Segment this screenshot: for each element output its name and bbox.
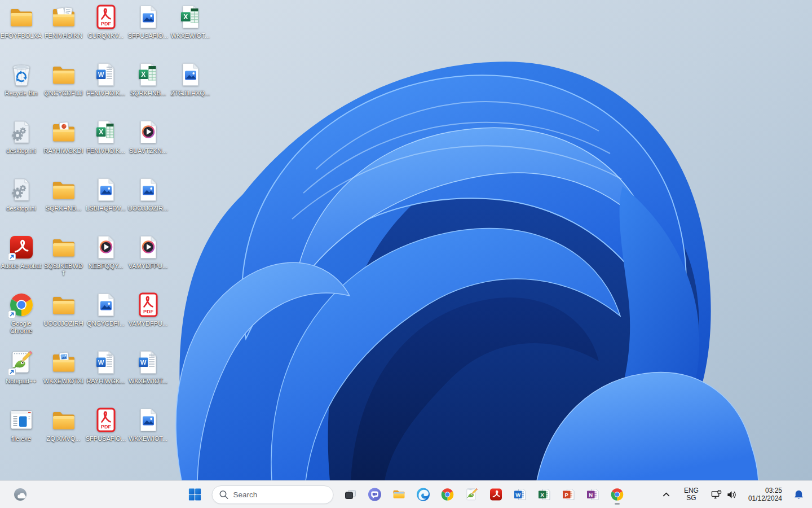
- desktop-icon-sqrkhnb[interactable]: SQRKHNB...: [42, 176, 85, 212]
- bell-icon: [793, 489, 804, 500]
- desktop-icon-qncycdfi[interactable]: QNCYCDFI...: [85, 291, 127, 327]
- taskbar-chrome-running-button[interactable]: [606, 483, 629, 506]
- taskbar-file-explorer-button[interactable]: [388, 483, 411, 506]
- widgets-weather-icon: [13, 487, 28, 502]
- desktop-icon-label: WKXEWIOT...: [129, 378, 167, 385]
- pdf-icon: PDF: [92, 406, 120, 433]
- desktop-icon-curqnkv[interactable]: PDFCURQNKV...: [85, 3, 127, 40]
- taskbar-acrobat-button[interactable]: [485, 483, 508, 506]
- network-volume-button[interactable]: [708, 487, 740, 502]
- desktop-icon-wkxewiot[interactable]: XWKXEWIOT...: [169, 3, 211, 40]
- hidden-icons-button[interactable]: [657, 487, 675, 502]
- desktop-icon-nebfqqy[interactable]: NEBFQQY...: [85, 234, 127, 270]
- widgets-button[interactable]: [9, 483, 32, 506]
- desktop-icon-google-chrome[interactable]: Google Chrome: [0, 291, 42, 335]
- notifications-button[interactable]: [790, 487, 807, 502]
- desktop-icon-label: Google Chrome: [1, 320, 42, 335]
- taskbar-notepad-plus-plus-button[interactable]: [461, 483, 483, 506]
- language-switcher[interactable]: ENG SG: [676, 483, 707, 506]
- image-icon: [135, 406, 162, 433]
- media-icon: [92, 234, 120, 261]
- desktop-icon-zqixmvq[interactable]: ZQIXMVQ...: [42, 406, 85, 443]
- desktop-surface[interactable]: EFOYFBOLXAFENIVHOIKNPDFCURQNKV...SFPUSAF…: [0, 0, 812, 481]
- desktop-icon-label: RAYHIWGK...: [86, 378, 125, 385]
- desktop-icon-wkxewiot[interactable]: WWKXEWIOT...: [127, 349, 169, 385]
- desktop-icon-desktop-ini[interactable]: desktop.ini: [0, 119, 42, 155]
- search-input[interactable]: [212, 485, 334, 504]
- desktop-icon-wkxewiot[interactable]: WKXEWIOT...: [127, 406, 169, 443]
- edge-icon: [416, 487, 431, 502]
- taskbar-chrome-button[interactable]: [436, 483, 459, 506]
- desktop-icon-label: QNCYCDFIJJ: [44, 90, 82, 97]
- start-button[interactable]: [184, 483, 206, 506]
- ini-icon: [8, 176, 35, 203]
- desktop-icon-uoojjozir[interactable]: UOOJJOZIR...: [127, 176, 169, 212]
- taskbar-onenote-button[interactable]: N: [582, 483, 604, 506]
- desktop-icon-label: NEBFQQY...: [89, 262, 123, 270]
- ini-icon: [8, 119, 35, 146]
- desktop-icon-recycle-bin[interactable]: Recycle Bin: [0, 61, 42, 97]
- desktop-icon-vamydfpu[interactable]: PDFVAMYDFPU...: [127, 291, 169, 327]
- desktop-icon-desktop-ini[interactable]: desktop.ini: [0, 176, 42, 212]
- shortcut-arrow-icon: [8, 310, 16, 318]
- desktop-icon-sqrkhnb[interactable]: XSQRKHNB...: [127, 61, 169, 97]
- desktop-icon-uoojjozirh[interactable]: UOOJJOZIRH: [42, 291, 85, 327]
- powerpoint-icon: P: [562, 487, 576, 502]
- desktop-icon-label: SUAVTZKN...: [129, 147, 167, 155]
- desktop-icon-label: ZQIXMVQ...: [47, 435, 81, 443]
- desktop-icon-fenivhoik[interactable]: WFENIVHOIK...: [85, 61, 127, 97]
- desktop-icon-label: WKXEWIOTXI: [43, 378, 84, 385]
- word-icon: W: [135, 349, 162, 376]
- desktop-icon-label: EFOYFBOLXA: [1, 32, 42, 40]
- desktop-icon-fenivhoikn[interactable]: FENIVHOIKN: [42, 3, 85, 40]
- desktop-icon-efoyfbolxa[interactable]: EFOYFBOLXA: [0, 3, 42, 40]
- svg-text:W: W: [515, 492, 520, 498]
- desktop-icon-rayhiwgk[interactable]: WRAYHIWGK...: [85, 349, 127, 385]
- taskbar-edge-button[interactable]: [412, 483, 435, 506]
- desktop-icon-vamydfpu[interactable]: VAMYDFPU...: [127, 234, 169, 270]
- media-icon: [135, 119, 162, 146]
- taskbar-word-button[interactable]: W: [509, 483, 532, 506]
- desktop-icon-qncycdfijj[interactable]: QNCYCDFIJJ: [42, 61, 85, 97]
- network-ethernet-icon: [711, 489, 722, 500]
- folder-icon: [8, 3, 35, 30]
- desktop-icon-label: FENIVHOIK...: [86, 90, 125, 97]
- svg-text:W: W: [98, 71, 104, 78]
- desktop-icon-label: SFPUSAFIO...: [128, 32, 169, 40]
- svg-text:X: X: [541, 492, 545, 498]
- desktop-icon-ztgjilhxq[interactable]: ZTGJILHXQ...: [169, 61, 211, 97]
- svg-text:X: X: [183, 13, 188, 21]
- taskbar-powerpoint-button[interactable]: P: [558, 483, 580, 506]
- windows-start-icon: [188, 487, 202, 502]
- task-view-icon: [343, 487, 358, 502]
- clock-button[interactable]: 03:25 01/12/2024: [742, 483, 789, 506]
- acrobat-app-icon: [8, 234, 35, 261]
- excel-icon: X: [92, 119, 120, 146]
- desktop-icon-lsbihqfdv[interactable]: LSBIHQFDV...: [85, 176, 127, 212]
- desktop-icon-suavtzkn[interactable]: SUAVTZKN...: [127, 119, 169, 155]
- desktop-icon-label: VAMYDFPU...: [129, 320, 167, 327]
- word-icon: W: [92, 349, 120, 376]
- desktop-icon-sfpusafio[interactable]: PDFSFPUSAFIO...: [85, 406, 127, 443]
- taskbar-chat-button[interactable]: [364, 483, 386, 506]
- file-explorer-icon: [392, 487, 407, 502]
- svg-text:W: W: [98, 359, 104, 366]
- desktop-icon-fenivhoik[interactable]: XFENIVHOIK...: [85, 119, 127, 155]
- svg-text:PDF: PDF: [101, 424, 112, 430]
- desktop-icon-notepad[interactable]: Notepad++: [0, 349, 42, 385]
- desktop-icon-sqsjkebwdt[interactable]: SQSJKEBWDT: [42, 234, 85, 277]
- taskbar-excel-button[interactable]: X: [533, 483, 556, 506]
- media-icon: [135, 234, 162, 261]
- desktop-icon-wkxewiotxi[interactable]: WKXEWIOTXI: [42, 349, 85, 385]
- desktop-icon-label: Adobe Acrobat: [1, 262, 41, 270]
- desktop-icon-sfpusafio[interactable]: SFPUSAFIO...: [127, 3, 169, 40]
- desktop-icon-file-exe[interactable]: file.exe: [0, 406, 42, 443]
- desktop-icon-adobe-acrobat[interactable]: Adobe Acrobat: [0, 234, 42, 270]
- desktop-icon-rayhiwgkdi[interactable]: RAYHIWGKDI: [42, 119, 85, 155]
- taskbar: WXPN ENG SG: [0, 480, 812, 508]
- desktop-icon-label: SQRKHNB...: [46, 205, 82, 212]
- svg-text:X: X: [99, 128, 103, 136]
- image-icon: [135, 176, 162, 203]
- taskbar-task-view-button[interactable]: [339, 483, 362, 506]
- recycle-bin-icon: [8, 61, 35, 88]
